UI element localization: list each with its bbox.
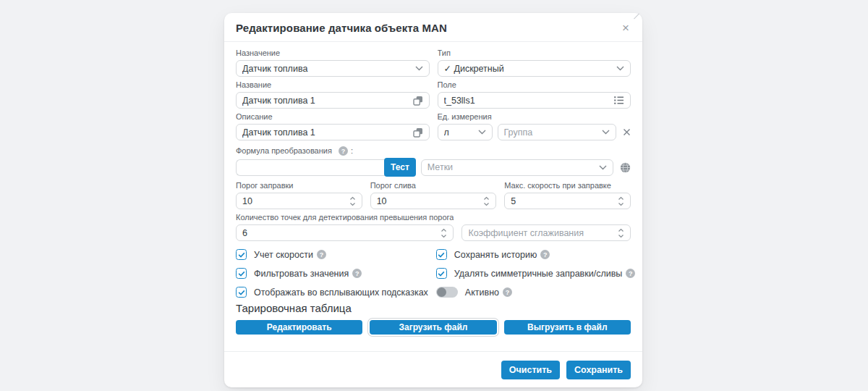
formula-row: Тест Метки	[236, 158, 631, 177]
help-icon[interactable]: ?	[352, 269, 362, 278]
upload-file-button[interactable]: Загрузить файл	[370, 320, 496, 335]
type-label: Тип	[438, 49, 631, 58]
points-count-label: Количество точек для детектирования прев…	[236, 213, 454, 222]
toggle-knob	[437, 287, 446, 297]
purpose-value: Датчик топлива	[242, 64, 411, 74]
stepper-arrows-icon[interactable]	[618, 196, 624, 206]
drain-threshold-label: Порог слива	[370, 181, 497, 190]
help-icon[interactable]: ?	[503, 287, 512, 297]
type-field: Тип ✓ Дискретный	[438, 49, 631, 77]
unit-label: Ед. измерения	[438, 112, 631, 122]
unit-select[interactable]: л	[438, 124, 493, 140]
description-label: Описание	[236, 112, 430, 122]
fill-threshold-field: Порог заправки 10	[236, 181, 362, 209]
checkbox-checked-icon[interactable]	[236, 249, 247, 260]
purpose-label: Назначение	[236, 49, 430, 58]
page-background: { "icons": { "help_glyph": "?", "close_g…	[0, 0, 868, 391]
toggle-label: Активно	[465, 287, 499, 298]
name-input[interactable]: Датчик топлива 1	[236, 92, 430, 109]
checkbox-checked-icon[interactable]	[436, 268, 447, 279]
chevron-down-icon	[602, 130, 610, 135]
save-button[interactable]: Сохранить	[566, 361, 631, 379]
test-button[interactable]: Тест	[384, 158, 416, 177]
help-icon[interactable]: ?	[317, 250, 326, 259]
description-value: Датчик топлива 1	[242, 127, 409, 138]
unit-value: л	[444, 127, 474, 138]
checkbox-label: Отображать во всплывающих подсказках	[254, 287, 428, 298]
options-grid: Учет скорости ? Сохранять историю ? Филь…	[236, 249, 631, 298]
group-placeholder: Группа	[504, 127, 598, 138]
max-fill-speed-stepper[interactable]: 5	[504, 193, 631, 209]
formula-input[interactable]	[236, 159, 385, 176]
type-value: ✓ Дискретный	[444, 63, 613, 74]
points-count-stepper[interactable]: 6	[236, 224, 454, 241]
stepper-arrows-icon[interactable]	[349, 196, 356, 206]
formula-label: Формула преобразования	[236, 146, 332, 156]
chevron-down-icon	[415, 66, 423, 71]
checkbox-history[interactable]: Сохранять историю ?	[436, 249, 636, 260]
max-fill-speed-value: 5	[511, 196, 613, 206]
smoothing-field: Коэффициент сглаживания	[461, 224, 631, 241]
toggle-off-switch[interactable]	[436, 287, 458, 298]
stepper-arrows-icon[interactable]	[618, 228, 624, 238]
edit-button[interactable]: Редактировать	[236, 320, 362, 335]
name-value: Датчик топлива 1	[242, 96, 409, 106]
type-select[interactable]: ✓ Дискретный	[438, 60, 631, 77]
list-icon[interactable]	[613, 96, 624, 105]
checkbox-speed[interactable]: Учет скорости ?	[236, 249, 428, 260]
smoothing-stepper[interactable]: Коэффициент сглаживания	[461, 224, 631, 241]
checkbox-label: Учет скорости	[254, 250, 313, 260]
tags-select[interactable]: Метки	[421, 159, 613, 176]
edit-sensor-dialog: Редактирование датчика объекта MAN × Наз…	[224, 13, 642, 387]
group-select[interactable]: Группа	[498, 124, 617, 140]
checkbox-symmetric[interactable]: Удалять симметричные заправки/сливы ?	[436, 268, 636, 279]
field-field: Поле t_53lls1	[438, 80, 631, 109]
tags-placeholder: Метки	[427, 162, 595, 172]
checkbox-checked-icon[interactable]	[236, 287, 247, 298]
help-icon[interactable]: ?	[339, 146, 348, 156]
fill-threshold-label: Порог заправки	[236, 181, 362, 190]
download-file-button[interactable]: Выгрузить в файл	[504, 320, 631, 335]
name-field: Название Датчик топлива 1	[236, 80, 430, 109]
checkbox-tooltips[interactable]: Отображать во всплывающих подсказках	[236, 287, 428, 298]
help-icon[interactable]: ?	[540, 250, 550, 259]
formula-label-row: Формула преобразования ? :	[236, 146, 631, 156]
checkbox-checked-icon[interactable]	[236, 268, 247, 279]
smoothing-placeholder: Коэффициент сглаживания	[468, 228, 613, 238]
unit-field: Ед. измерения л Группа	[438, 112, 631, 140]
checkbox-label: Удалять симметричные заправки/сливы	[454, 269, 623, 279]
checkbox-label: Фильтровать значения	[254, 269, 349, 279]
drain-threshold-field: Порог слива 10	[370, 181, 497, 209]
drain-threshold-stepper[interactable]: 10	[370, 193, 497, 209]
field-label: Поле	[438, 80, 631, 90]
dialog-title: Редактирование датчика объекта MAN	[236, 22, 447, 34]
drain-threshold-value: 10	[377, 196, 480, 206]
checkbox-filter[interactable]: Фильтровать значения ?	[236, 268, 428, 279]
points-count-field: Количество точек для детектирования прев…	[236, 213, 454, 241]
copy-icon[interactable]	[413, 127, 423, 138]
max-fill-speed-label: Макс. скорость при заправке	[504, 181, 631, 190]
stepper-arrows-icon[interactable]	[441, 228, 447, 238]
fill-threshold-stepper[interactable]: 10	[236, 193, 362, 209]
stepper-arrows-icon[interactable]	[483, 196, 490, 206]
description-input[interactable]: Датчик топлива 1	[236, 124, 430, 140]
checkbox-checked-icon[interactable]	[436, 249, 447, 260]
clear-button[interactable]: Очистить	[501, 361, 560, 379]
dialog-footer: Очистить Сохранить	[224, 351, 642, 387]
calibration-buttons: Редактировать Загрузить файл Выгрузить в…	[236, 320, 631, 335]
clear-group-icon[interactable]	[623, 128, 631, 136]
purpose-select[interactable]: Датчик топлива	[236, 60, 430, 77]
calibration-heading: Тарировочная таблица	[236, 302, 631, 314]
fill-threshold-value: 10	[242, 196, 345, 206]
toggle-active-row: Активно ?	[436, 287, 636, 298]
checkbox-label: Сохранять историю	[454, 250, 537, 260]
help-icon[interactable]: ?	[626, 269, 635, 278]
name-label: Название	[236, 80, 430, 90]
chevron-down-icon	[616, 66, 624, 71]
close-icon[interactable]: ×	[621, 23, 631, 33]
dialog-body: Назначение Датчик топлива Тип ✓ Дискретн…	[224, 42, 642, 351]
chevron-down-icon	[478, 130, 486, 135]
field-input[interactable]: t_53lls1	[438, 92, 631, 109]
globe-icon[interactable]	[620, 162, 631, 173]
copy-icon[interactable]	[413, 96, 423, 106]
